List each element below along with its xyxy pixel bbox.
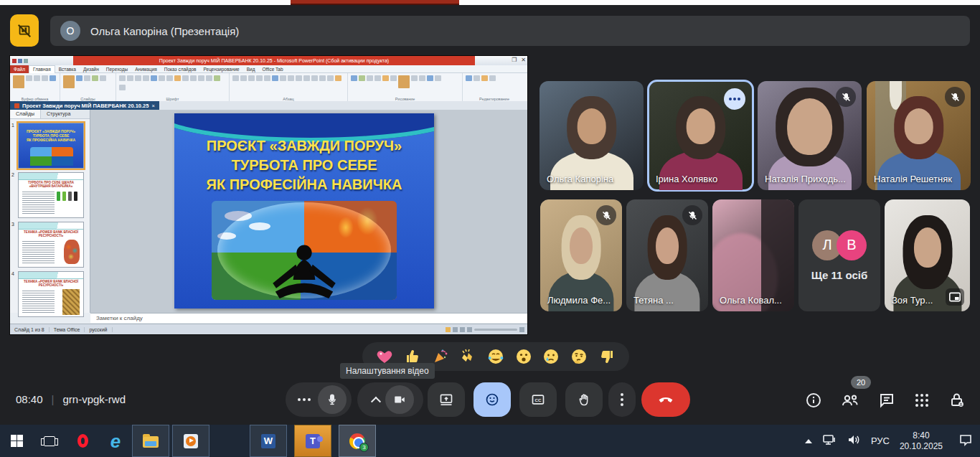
tray-clock[interactable]: 8:40 20.10.2025	[900, 430, 943, 452]
camera-control[interactable]	[357, 382, 423, 417]
opera-icon	[77, 434, 88, 448]
internet-explorer-button[interactable]: e	[99, 425, 132, 457]
raise-hand-button[interactable]	[565, 382, 603, 417]
more-participants-tile[interactable]: Л В Ще 11 осіб	[798, 199, 880, 311]
task-view-button[interactable]	[33, 425, 66, 457]
ppt-restore-icon[interactable]: ❐	[512, 57, 517, 63]
ppt-ribbon: Буфер обмена Слайды Шрифт Абзац Рисовани…	[10, 73, 527, 103]
reaction-clapping-hands-icon[interactable]	[458, 347, 477, 366]
tab-home[interactable]: Главная	[29, 65, 55, 73]
quick-access-toolbar[interactable]	[12, 59, 28, 63]
opera-button[interactable]	[66, 425, 99, 457]
camera-button[interactable]	[385, 385, 414, 414]
media-player-button[interactable]	[172, 425, 209, 457]
slide-thumbnail-1[interactable]: ПРОЄКТ «ЗАВЖДИ ПОРУЧ» ТУРБОТА ПРО СЕБЕ Я…	[18, 123, 84, 169]
captions-button[interactable]: CC	[519, 382, 557, 417]
stop-presenting-icon[interactable]	[10, 14, 39, 47]
language-indicator[interactable]: РУС	[871, 435, 890, 446]
start-button[interactable]	[0, 425, 33, 457]
video-tile-olga-koval[interactable]: Ольга Ковал...	[712, 199, 794, 311]
video-tile-natalia-reshetnyak[interactable]: Наталія Решетняк	[867, 81, 971, 190]
host-controls-lock-icon[interactable]	[948, 392, 966, 412]
end-call-button[interactable]	[641, 382, 690, 417]
video-tile-natalia-prihod[interactable]: Наталія Приходь...	[758, 81, 862, 190]
video-tile-tetyana[interactable]: Тетяна ...	[626, 199, 708, 311]
participant-name: Зоя Тур...	[892, 295, 933, 306]
activities-grid-icon[interactable]	[914, 392, 930, 411]
mic-control[interactable]	[286, 382, 352, 417]
ribbon-group-font[interactable]: Шрифт	[116, 73, 230, 102]
tab-transitions[interactable]: Переходы	[103, 67, 132, 72]
video-tile-olga-kaporina[interactable]: Ольга Капоріна	[540, 81, 644, 190]
fit-window-icon[interactable]	[519, 327, 524, 332]
pane-tab-slides[interactable]: Слайды	[10, 110, 41, 118]
tab-office-tab[interactable]: Office Tab	[259, 67, 287, 72]
tab-view[interactable]: Вид	[243, 67, 259, 72]
file-explorer-button[interactable]	[132, 425, 169, 457]
pane-tab-outline[interactable]: Структура	[41, 110, 76, 118]
video-tile-lyudmila[interactable]: Людмила Фе...	[540, 199, 622, 311]
participant-name: Ірина Холявко	[656, 174, 717, 184]
ppt-close-icon[interactable]: ✕	[521, 57, 526, 63]
notes-field[interactable]: Заметки к слайду	[90, 313, 527, 323]
tab-file[interactable]: Файл	[10, 65, 29, 73]
ribbon-group-drawing[interactable]: Рисование	[348, 73, 463, 102]
reaction-astonished-icon[interactable]	[514, 347, 533, 366]
tab-animation[interactable]: Анимация	[131, 67, 161, 72]
tray-expand-icon[interactable]	[805, 439, 812, 443]
action-center-icon[interactable]	[958, 433, 973, 449]
slide-thumbnail-3[interactable]: ТЕХНІКА «POWER BANK ВЛАСНОЇ РЕСУРСНОСТІ»	[18, 222, 84, 268]
more-vert-icon	[621, 393, 623, 406]
reaction-crying-icon[interactable]	[542, 347, 560, 366]
view-slideshow-icon[interactable]	[467, 327, 472, 332]
view-normal-icon[interactable]	[446, 327, 451, 332]
mic-button[interactable]	[318, 385, 347, 414]
mic-options-icon[interactable]	[298, 398, 311, 401]
slide-thumbnail-2[interactable]: ТУРБОТА ПРО СЕБЕ ШКАЛА «ВНУТРІШНЯ БАТАРЕ…	[18, 172, 84, 218]
tab-review[interactable]: Рецензирование	[200, 67, 243, 72]
present-button[interactable]	[428, 382, 465, 417]
camera-options-icon[interactable]	[371, 397, 381, 407]
slide-editor-area[interactable]: ПРОЄКТ «ЗАВЖДИ ПОРУЧ» ТУРБОТА ПРО СЕБЕ Я…	[90, 110, 527, 313]
video-tile-irina-holyavko[interactable]: Ірина Холявко	[649, 81, 753, 190]
zoom-slider[interactable]	[474, 329, 517, 331]
meeting-code: grn-vpgk-rwd	[62, 393, 126, 405]
teams-button[interactable]: T	[294, 425, 331, 457]
more-options-button[interactable]	[608, 382, 636, 417]
shared-powerpoint-window[interactable]: Проект Завжди поруч МІЙ ПАВЕРБАНК 20.10.…	[10, 56, 527, 334]
tab-insert[interactable]: Вставка	[55, 67, 80, 72]
ribbon-group-editing[interactable]: Редактирование	[463, 73, 526, 102]
chat-icon[interactable]	[878, 392, 895, 412]
doc-tab-close-icon[interactable]: ×	[151, 103, 154, 109]
picture-in-picture-icon[interactable]	[946, 288, 964, 306]
mic-off-icon	[836, 87, 856, 107]
participant-name: Людмила Фе...	[547, 295, 611, 306]
volume-icon[interactable]	[847, 433, 861, 449]
meeting-clock: 08:40	[16, 393, 43, 405]
reactions-button[interactable]	[473, 382, 511, 417]
ribbon-group-paragraph[interactable]: Абзац	[230, 73, 348, 102]
video-tile-zoya[interactable]: Зоя Тур...	[885, 199, 970, 311]
ribbon-group-clipboard[interactable]: Буфер обмена	[10, 73, 60, 102]
reaction-thumbs-down-icon[interactable]	[598, 347, 616, 366]
word-button[interactable]: W	[250, 425, 287, 457]
tile-options-button[interactable]	[724, 88, 745, 110]
tab-slideshow[interactable]: Показ слайдов	[161, 67, 200, 72]
avatar-v: В	[837, 230, 867, 260]
media-player-icon	[184, 434, 198, 448]
chrome-button[interactable]: 3	[339, 425, 376, 457]
view-sorter-icon[interactable]	[453, 327, 458, 332]
reaction-joy-icon[interactable]	[486, 347, 505, 366]
document-tab[interactable]: Проект Завжди поруч МІЙ ПАВЕРБАНК 20.10.…	[10, 101, 159, 110]
slide-thumbnail-4[interactable]: ТЕХНІКА «POWER BANK ВЛАСНОЇ РЕСУРСНОСТІ»	[18, 271, 84, 317]
presenting-banner[interactable]: О Ольга Капоріна (Презентація)	[50, 16, 970, 46]
reaction-thinking-icon[interactable]	[570, 347, 588, 366]
people-icon[interactable]	[841, 392, 859, 412]
info-icon[interactable]	[805, 392, 822, 412]
tab-design[interactable]: Дизайн	[80, 67, 103, 72]
network-icon[interactable]	[822, 433, 837, 449]
view-reading-icon[interactable]	[460, 327, 465, 332]
meditation-elements-image	[212, 201, 397, 300]
meditating-silhouette	[261, 242, 347, 298]
ribbon-group-slides[interactable]: Слайды	[60, 73, 116, 102]
